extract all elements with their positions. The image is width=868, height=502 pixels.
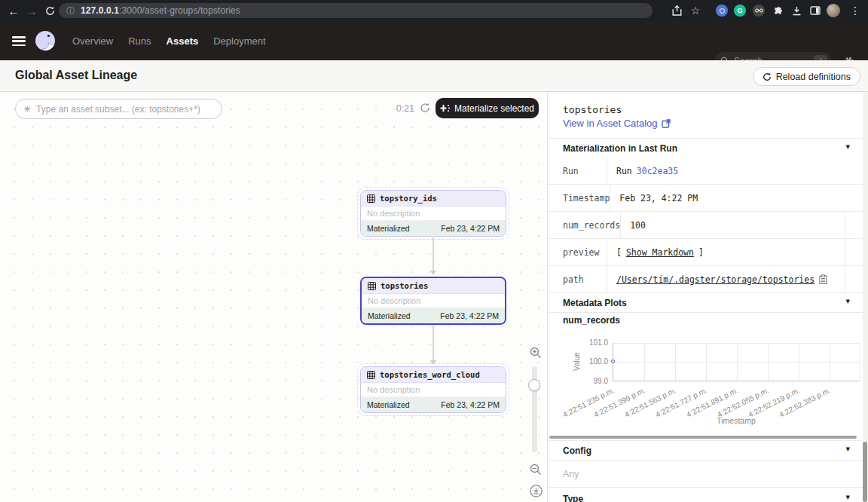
materialize-selected-button[interactable]: Materialize selected (436, 98, 539, 118)
y-tick-101: 101.0 (575, 338, 608, 347)
row-value: 100 (621, 220, 646, 231)
section-type: Type (563, 494, 583, 502)
section-metadata-plots: Metadata Plots (563, 298, 627, 308)
reload-definitions-button[interactable]: Reload definitions (753, 67, 860, 86)
zoom-out-icon[interactable] (530, 464, 542, 476)
row-label: path (548, 266, 607, 292)
divider (548, 138, 868, 139)
view-in-catalog-link[interactable]: View in Asset Catalog (563, 118, 671, 129)
y-axis-label: Value (573, 352, 581, 371)
row-label: Run (548, 158, 607, 184)
browser-menu-icon[interactable]: ⋮ (848, 4, 862, 17)
plot-horizontal-scrollbar[interactable] (549, 436, 857, 439)
asset-node-topstories_word_cloud[interactable]: topstories_word_cloud No description Mat… (360, 366, 506, 413)
config-value: Any (563, 469, 579, 479)
show-markdown-link[interactable]: Show Markdown (626, 247, 694, 258)
metadata-plot[interactable] (613, 343, 860, 381)
page-header: Global Asset Lineage Reload definitions (0, 60, 868, 92)
url-text: 127.0.0.1:3000/asset-groups/topstories (81, 5, 240, 16)
row-label: preview (548, 239, 607, 265)
panel-scrollbar-track[interactable] (863, 92, 868, 502)
browser-reload-icon[interactable] (41, 0, 59, 21)
asset-timestamp: Feb 23, 4:22 PM (440, 311, 499, 320)
table-row-preview: preview [Show Markdown] (548, 239, 868, 266)
hamburger-menu-icon[interactable] (12, 36, 26, 46)
asset-filter-input[interactable] (36, 104, 214, 115)
page-title: Global Asset Lineage (15, 69, 137, 82)
extension-grammarly-icon[interactable]: G (733, 4, 747, 17)
table-icon (367, 194, 375, 203)
asset-node-topstory_ids[interactable]: topstory_ids No description Materialized… (360, 190, 506, 237)
profile-avatar[interactable] (827, 4, 840, 17)
collapse-caret-icon[interactable]: ▾ (845, 444, 850, 454)
asset-status: Materialized (367, 224, 410, 233)
extensions-puzzle-icon[interactable] (771, 4, 784, 17)
refresh-icon (763, 72, 772, 81)
asset-detail-panel: topstories View in Asset Catalog Materia… (547, 92, 868, 502)
materialize-sparkle-icon (440, 104, 450, 113)
nav-links: Overview Runs Assets Deployment (72, 21, 266, 60)
table-icon (368, 282, 376, 290)
edge-topstories-to-word-cloud (432, 324, 434, 360)
zoom-to-fit-icon[interactable] (530, 485, 542, 497)
browser-back-icon[interactable]: ← (5, 0, 23, 21)
zoom-slider-handle[interactable] (528, 379, 540, 391)
app-nav: Overview Runs Assets Deployment / (0, 21, 868, 60)
section-materialization-last-run: Materialization in Last Run (563, 143, 677, 154)
nav-item-overview[interactable]: Overview (72, 35, 113, 47)
asset-node-topstories[interactable]: topstories No description Materialized F… (360, 277, 506, 325)
asset-timestamp: Feb 23, 4:22 PM (441, 400, 500, 409)
collapse-caret-icon[interactable]: ▾ (845, 492, 850, 502)
nav-item-deployment[interactable]: Deployment (213, 35, 265, 47)
zoom-in-icon[interactable] (530, 347, 542, 359)
section-config: Config (563, 445, 591, 456)
share-icon[interactable] (670, 4, 683, 17)
path-link[interactable]: /Users/tim/.dagster/storage/topstories (616, 274, 815, 285)
extension-blue-icon[interactable] (715, 4, 729, 17)
y-tick-99: 99.0 (575, 377, 608, 385)
bracket: ] (698, 247, 704, 258)
panel-asset-title: topstories (563, 104, 622, 115)
asset-status: Materialized (367, 400, 410, 409)
asset-status: Materialized (368, 311, 411, 320)
bracket: [ (616, 247, 622, 258)
asset-description: No description (362, 294, 505, 308)
run-id-link[interactable]: 30c2ea35 (637, 166, 678, 176)
asset-description: No description (361, 207, 506, 221)
divider (548, 440, 868, 441)
browser-forward-icon[interactable]: → (23, 0, 41, 21)
address-bar[interactable]: ⓘ 127.0.0.1:3000/asset-groups/topstories (59, 3, 653, 18)
table-row-path: path /Users/tim/.dagster/storage/topstor… (548, 266, 868, 293)
nav-item-assets[interactable]: Assets (167, 35, 199, 47)
nav-item-runs[interactable]: Runs (128, 35, 151, 47)
refresh-timer: 0:21 (375, 103, 414, 114)
copy-icon[interactable] (819, 274, 827, 284)
run-prefix: Run (616, 166, 632, 176)
panel-scrollbar-thumb[interactable] (863, 442, 867, 502)
divider (548, 460, 868, 461)
graph-refresh-icon[interactable] (420, 103, 432, 115)
plot-title: num_records (563, 315, 620, 326)
asset-filter[interactable]: ✳ (15, 99, 222, 119)
asset-description: No description (361, 383, 506, 397)
table-row-timestamp: Timestamp Feb 23, 4:22 PM (548, 185, 868, 212)
data-point[interactable] (611, 360, 615, 363)
divider (548, 312, 868, 313)
op-selector-icon: ✳ (23, 105, 31, 114)
extension-glasses-icon[interactable] (752, 4, 766, 17)
metadata-table: Run Run 30c2ea35 Timestamp Feb 23, 4:22 … (548, 158, 868, 293)
downloads-icon[interactable] (790, 4, 803, 17)
edge-topstory_ids-to-topstories (432, 237, 434, 271)
side-panel-icon[interactable] (808, 4, 822, 17)
dagster-logo[interactable] (35, 30, 56, 51)
row-value: Feb 23, 4:22 PM (610, 193, 698, 204)
bookmark-star-icon[interactable]: ☆ (689, 4, 702, 17)
x-tick: 4:22:51.235 p.m. (561, 386, 616, 419)
asset-timestamp: Feb 23, 4:22 PM (441, 224, 500, 233)
collapse-caret-icon[interactable]: ▾ (845, 142, 850, 152)
asset-name: topstories_word_cloud (380, 370, 480, 379)
collapse-caret-icon[interactable]: ▾ (845, 296, 850, 306)
divider (548, 487, 868, 488)
site-info-icon[interactable]: ⓘ (66, 7, 75, 15)
row-label: Timestamp (548, 185, 610, 211)
